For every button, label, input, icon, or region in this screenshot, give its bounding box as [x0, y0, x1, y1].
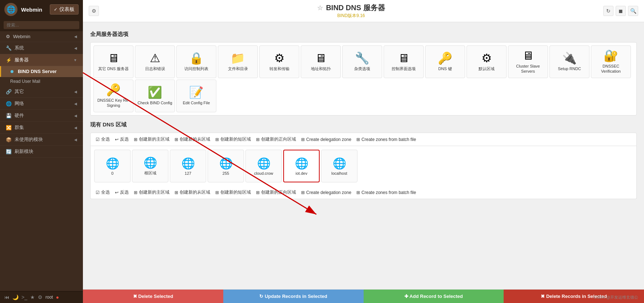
- tile-acl-label: 访问控制列表: [184, 66, 208, 71]
- stop-button[interactable]: ◼: [616, 6, 626, 16]
- sidebar-item-refresh[interactable]: 🔄 刷新模块: [0, 146, 83, 158]
- invert-bottom-button[interactable]: ↩ 反选: [113, 189, 130, 196]
- sidebar-item-read-user-mail[interactable]: Read User Mail: [0, 77, 83, 86]
- sidebar-footer: ⏮ 🌙 >_ ★ ⚙ root ●: [0, 291, 83, 303]
- tile-dnssec-key[interactable]: 🔑 DNSSEC Key Re-Signing: [93, 80, 133, 112]
- create-delegation-bottom-button[interactable]: ⊞ Create delegation zone: [300, 189, 353, 196]
- tile-logs[interactable]: ⚠ 日志和错误: [135, 45, 175, 78]
- zone-tile-0[interactable]: 🌐 0: [94, 150, 131, 182]
- zones-toolbar-bottom: ☑ 全选 ↩ 反选 ⊞ 创建新的主区域 ⊞ 创建新的从区域 ⊞ 创建新的短区: [90, 186, 637, 199]
- tile-files[interactable]: 📁 文件和目录: [218, 45, 258, 78]
- create-delegation-top-button[interactable]: ⊞ Create delegation zone: [300, 136, 353, 143]
- settings-button[interactable]: ⚙: [89, 6, 99, 16]
- link-icon: 🔗: [6, 89, 12, 94]
- tile-edit-config[interactable]: 📝 Edit Config File: [176, 80, 216, 112]
- zone-tile-cloud-crow[interactable]: 🌐 cloud.crow: [245, 150, 282, 182]
- sidebar-item-webmin[interactable]: ⚙ Webmin ◀: [0, 31, 83, 42]
- zones-toolbar-top: ☑ 全选 ↩ 反选 ⊞ 创建新的主区域 ⊞ 创建新的从区域 ⊞ 创建新的短区: [90, 133, 637, 146]
- create-master-bottom-button[interactable]: ⊞ 创建新的主区域: [132, 189, 171, 196]
- plus-icon: ⊞: [301, 190, 305, 195]
- sidebar-item-cluster[interactable]: 🔀 群集 ◀: [0, 122, 83, 134]
- select-all-top-button[interactable]: ☑ 全选: [94, 136, 111, 143]
- zone-tile-255[interactable]: 🌐 255: [208, 150, 244, 182]
- footer-moon-icon[interactable]: 🌙: [12, 294, 19, 300]
- search-input[interactable]: [4, 21, 79, 29]
- plus-icon: ⊞: [256, 190, 260, 195]
- create-master-top-button[interactable]: ⊞ 创建新的主区域: [132, 136, 171, 143]
- create-stub-bottom-button[interactable]: ⊞ 创建新的短区域: [214, 189, 252, 196]
- tile-address-label: 地址和拓扑: [311, 66, 331, 71]
- network-icon: 🌐: [6, 101, 12, 106]
- hardware-icon: 💾: [6, 113, 12, 118]
- create-stub-top-button[interactable]: ⊞ 创建新的短区域: [214, 136, 252, 143]
- sidebar-item-read-user-mail-label: Read User Mail: [10, 79, 40, 84]
- sidebar-item-system[interactable]: 🔧 系统 ◀: [0, 42, 83, 54]
- tile-setup-rndc[interactable]: 🔌 Setup RNDC: [549, 45, 589, 78]
- tile-cluster-slave[interactable]: 🖥 Cluster Slave Servers: [508, 45, 548, 78]
- sidebar-item-unused[interactable]: 📦 未使用的模块 ◀: [0, 134, 83, 146]
- create-batch-top-button[interactable]: ⊞ Create zones from batch file: [355, 136, 417, 143]
- select-all-bottom-button[interactable]: ☑ 全选: [94, 189, 111, 196]
- create-batch-bottom-button[interactable]: ⊞ Create zones from batch file: [355, 189, 417, 196]
- plus-icon: ⊞: [215, 190, 219, 195]
- tile-misc[interactable]: 🔧 杂类选项: [342, 45, 382, 78]
- tile-check-bind[interactable]: ✅ Check BIND Config: [135, 80, 175, 112]
- add-record-button[interactable]: ✚ Add Record to Selected: [364, 290, 504, 303]
- sidebar: 🌐 Webmin ✓ 仪表板 ⚙ Webmin ◀ 🔧 系统 ◀ ⚡ 服务器 ▼: [0, 0, 83, 303]
- create-forward-top-button[interactable]: ⊞ 创建新的正向区域: [255, 136, 297, 143]
- sidebar-header: 🌐 Webmin ✓ 仪表板: [0, 0, 83, 19]
- tile-dns-keys[interactable]: 🔑 DNS 键: [425, 45, 465, 78]
- create-slave-top-button[interactable]: ⊞ 创建新的从区域: [173, 136, 212, 143]
- stop-icon: ◼: [619, 8, 623, 14]
- zone-tile-127[interactable]: 🌐 127: [170, 150, 206, 182]
- update-records-button[interactable]: ↻ Update Records in Selected: [223, 290, 364, 303]
- search-button[interactable]: 🔍: [628, 6, 638, 16]
- folder-icon: 📁: [231, 52, 245, 64]
- globe-icon: 🌐: [295, 157, 308, 170]
- sidebar-item-bind-dns[interactable]: BIND DNS Server: [0, 66, 83, 77]
- zone-tile-iot-dev[interactable]: 🌐 iot.dev: [283, 150, 320, 182]
- footer-logout-icon[interactable]: ●: [56, 294, 59, 300]
- refresh-icon: ↻: [606, 8, 611, 14]
- footer-terminal-icon[interactable]: >_: [21, 294, 27, 300]
- invert-top-button[interactable]: ↩ 反选: [113, 136, 130, 143]
- footer-prev-icon[interactable]: ⏮: [4, 294, 9, 300]
- tile-forwarding[interactable]: ⚙ 转发和传输: [259, 45, 299, 78]
- dnssec-key-icon: 🔑: [106, 84, 121, 96]
- star-icon[interactable]: ☆: [317, 4, 323, 12]
- sidebar-item-server[interactable]: ⚡ 服务器 ▼: [0, 54, 83, 66]
- sidebar-item-refresh-label: 刷新模块: [15, 148, 33, 155]
- delete-selected-button[interactable]: ✖ Delete Selected: [83, 290, 223, 303]
- refresh-button[interactable]: ↻: [603, 6, 613, 16]
- check-icon: ☑: [96, 137, 100, 142]
- tile-address[interactable]: 🖥 地址和拓扑: [301, 45, 341, 78]
- chevron-right-icon: ◀: [74, 102, 77, 106]
- footer-gear-icon[interactable]: ⚙: [38, 294, 43, 300]
- other-dns-icon: 🖥: [108, 52, 119, 64]
- chevron-right-icon: ◀: [74, 90, 77, 94]
- watermark: CSDN @开发运维玄德公: [594, 295, 638, 300]
- dnssec-icon: 🔐: [604, 50, 618, 61]
- tile-acl[interactable]: 🔒 访问控制列表: [176, 45, 216, 78]
- globe-icon: 🌐: [333, 157, 346, 170]
- tile-dnssec-verif[interactable]: 🔐 DNSSEC Verification: [591, 45, 631, 78]
- zone-tile-root[interactable]: 🌐 根区域: [132, 150, 168, 182]
- zones-grid: 🌐 0 🌐 根区域 🌐 127 🌐 255 🌐 cloud.cro: [90, 146, 637, 186]
- create-forward-bottom-button[interactable]: ⊞ 创建新的正向区域: [255, 189, 297, 196]
- tile-console[interactable]: 🖥 控制界面选项: [384, 45, 424, 78]
- tile-cluster-slave-label: Cluster Slave Servers: [510, 64, 546, 74]
- sidebar-item-hardware[interactable]: 💾 硬件 ◀: [0, 110, 83, 122]
- tile-default-zone[interactable]: ⚙ 默认区域: [467, 45, 507, 78]
- zone-tile-localhost[interactable]: 🌐 localhost: [321, 150, 357, 182]
- sidebar-item-network[interactable]: 🌐 网络 ◀: [0, 98, 83, 110]
- sidebar-item-cluster-label: 群集: [15, 124, 24, 131]
- sidebar-item-other[interactable]: 🔗 其它 ◀: [0, 86, 83, 98]
- sidebar-item-system-label: 系统: [15, 45, 24, 51]
- dashboard-tab-label: 仪表板: [59, 6, 75, 13]
- tile-files-label: 文件和目录: [228, 66, 248, 71]
- footer-star-icon[interactable]: ★: [30, 294, 35, 300]
- cluster-slave-icon: 🖥: [522, 50, 534, 61]
- tile-other-dns[interactable]: 🖥 其它 DNS 服务器: [93, 45, 133, 78]
- sidebar-tab-dashboard[interactable]: ✓ 仪表板: [50, 4, 79, 15]
- create-slave-bottom-button[interactable]: ⊞ 创建新的从区域: [173, 189, 212, 196]
